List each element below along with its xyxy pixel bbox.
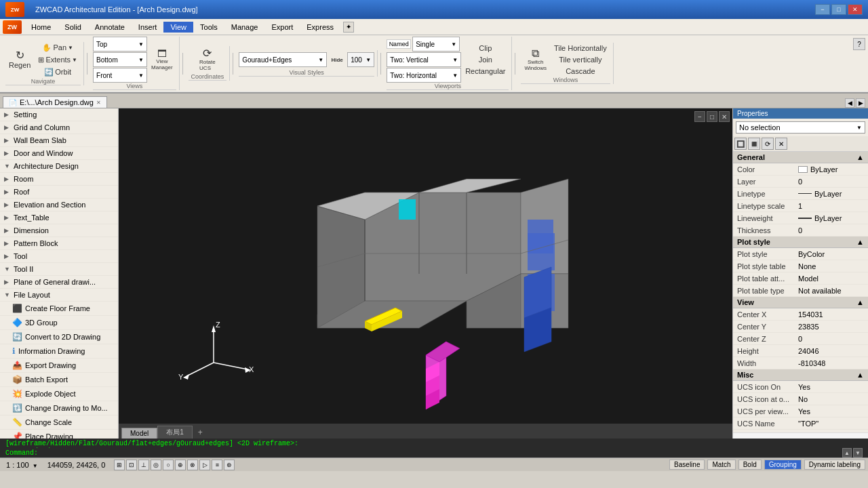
cascade-button[interactable]: Cascade — [551, 66, 610, 77]
command-input[interactable] — [41, 449, 840, 457]
baseline-button[interactable]: Baseline — [669, 460, 705, 470]
bold-button[interactable]: Bold — [738, 460, 762, 470]
orbit-button[interactable]: 🔄 Orbit — [35, 66, 81, 78]
polar-toggle[interactable]: ◎ — [151, 460, 161, 470]
viewport-next-button[interactable]: ▶ — [856, 98, 865, 108]
tp-toggle[interactable]: ⊛ — [224, 460, 235, 470]
no-selection-dropdown[interactable]: No selection ▼ — [736, 121, 865, 134]
sidebar-item-roof[interactable]: ▶ Roof — [0, 186, 118, 199]
close-button[interactable]: ✕ — [848, 4, 863, 15]
vp-close-button[interactable]: ✕ — [719, 111, 730, 122]
regen-button[interactable]: ↻ Regen — [5, 48, 34, 71]
join-button[interactable]: Join — [462, 54, 509, 65]
rectangular-button[interactable]: Rectangular — [462, 66, 509, 77]
sidebar-item-door-window[interactable]: ▶ Door and Window — [0, 147, 118, 160]
grouping-button[interactable]: Grouping — [764, 460, 802, 470]
scale-indicator[interactable]: 1 : 100 ▼ — [3, 460, 41, 470]
maximize-button[interactable]: □ — [831, 4, 846, 15]
prop-tb-btn3[interactable]: ⟳ — [762, 138, 774, 150]
sidebar-item-tool[interactable]: ▶ Tool — [0, 250, 118, 263]
vp-minimize-button[interactable]: − — [694, 111, 705, 122]
sidebar-item-place-drawing[interactable]: 📌 Place Drawing — [0, 430, 118, 439]
document-tab[interactable]: 📄 E:\...\Arch Design.dwg ✕ — [3, 96, 107, 108]
snap-toggle[interactable]: ⊡ — [126, 460, 137, 470]
sidebar-item-text-table[interactable]: ▶ Text_Table — [0, 211, 118, 224]
prop-tb-btn4[interactable]: ✕ — [775, 138, 787, 150]
hide-button[interactable]: Hide — [328, 50, 347, 69]
sidebar-item-dimension[interactable]: ▶ Dimension — [0, 224, 118, 237]
gouraud-edges-dropdown[interactable]: Gouraud+Edges ▼ — [239, 52, 327, 67]
sidebar-item-room[interactable]: ▶ Room — [0, 173, 118, 186]
extents-button[interactable]: ⊞ Extents ▼ — [35, 54, 81, 66]
sidebar-item-floor-frame[interactable]: ⬛ Create Floor Frame — [0, 302, 118, 316]
bottom-view-dropdown[interactable]: Bottom ▼ — [93, 52, 147, 67]
tile-horiz-button[interactable]: Tile Horizontally — [551, 43, 610, 54]
ortho-toggle[interactable]: ⊥ — [138, 460, 149, 470]
two-vertical-dropdown[interactable]: Two: Vertical ▼ — [387, 52, 461, 67]
misc-section-header[interactable]: Misc ▲ — [733, 369, 868, 381]
top-view-dropdown[interactable]: Top ▼ — [93, 37, 147, 52]
sidebar-item-wall-beam[interactable]: ▶ Wall Beam Slab — [0, 134, 118, 147]
sidebar-item-change-drawing[interactable]: 🔃 Change Drawing to Mo... — [0, 401, 118, 415]
menu-express[interactable]: Express — [300, 22, 340, 33]
ducs-toggle[interactable]: ⊗ — [187, 460, 198, 470]
grid-toggle[interactable]: ⊞ — [114, 460, 125, 470]
tile-vert-button[interactable]: Tile vertically — [551, 54, 610, 65]
value-100-dropdown[interactable]: 100 ▼ — [347, 52, 374, 67]
dyn-toggle[interactable]: ▷ — [199, 460, 210, 470]
coordinates-display[interactable]: 144059, 24426, 0 — [44, 460, 109, 470]
menu-annotate[interactable]: Annotate — [88, 22, 132, 33]
help-button[interactable]: ? — [853, 38, 865, 50]
sidebar-item-file-layout[interactable]: ▼ File Layout — [0, 289, 118, 302]
prop-tb-btn2[interactable]: 🔳 — [748, 138, 760, 150]
menu-extra-button[interactable]: ✦ — [343, 22, 354, 33]
sidebar-item-change-scale[interactable]: 📏 Change Scale — [0, 415, 118, 430]
switch-windows-button[interactable]: ⧉ SwitchWindows — [521, 46, 549, 73]
view-section-header[interactable]: View ▲ — [733, 297, 868, 308]
sidebar-item-export-drawing[interactable]: 📤 Export Drawing — [0, 359, 118, 373]
cmd-scroll-up[interactable]: ▲ — [842, 448, 852, 458]
minimize-button[interactable]: − — [815, 4, 830, 15]
command-line[interactable]: [wireframe/Hidden/Flat/Gouraud/flat+edge… — [0, 439, 868, 458]
sidebar-item-batch-export[interactable]: 📦 Batch Export — [0, 373, 118, 387]
lw-toggle[interactable]: ≡ — [212, 460, 222, 470]
rotate-ucs-button[interactable]: ⟳ RotateUCS — [196, 46, 219, 73]
layout1-tab[interactable]: 布局1 — [157, 426, 193, 439]
sidebar-item-setting[interactable]: ▶ Setting — [0, 108, 118, 121]
menu-home[interactable]: Home — [24, 22, 58, 33]
pan-button[interactable]: ✋ Pan ▼ — [35, 42, 81, 54]
menu-insert[interactable]: Insert — [132, 22, 164, 33]
sidebar-item-info-drawing[interactable]: ℹ Information Drawing — [0, 344, 118, 359]
viewport-prev-button[interactable]: ◀ — [845, 98, 854, 108]
osnap-toggle[interactable]: ○ — [163, 460, 174, 470]
vp-maximize-button[interactable]: □ — [707, 111, 717, 122]
single-viewport-dropdown[interactable]: Single ▼ — [412, 37, 460, 52]
match-button[interactable]: Match — [707, 460, 735, 470]
clip-button[interactable]: Clip — [462, 43, 509, 54]
add-tab-button[interactable]: + — [193, 426, 208, 439]
cmd-scroll-down[interactable]: ▼ — [853, 448, 863, 458]
two-horizontal-dropdown[interactable]: Two: Horizontal ▼ — [387, 68, 461, 83]
general-section-header[interactable]: General ▲ — [733, 152, 868, 163]
viewport[interactable]: Z X Y − □ ✕ Model 布局1 — [119, 108, 732, 439]
sidebar-item-arch-design[interactable]: ▼ Architecture Design — [0, 160, 118, 173]
document-tab-close[interactable]: ✕ — [96, 100, 101, 106]
menu-view[interactable]: View — [163, 22, 193, 33]
front-view-dropdown[interactable]: Front ▼ — [93, 68, 147, 83]
sidebar-item-convert-2d[interactable]: 🔄 Convert to 2D Drawing — [0, 330, 118, 344]
plot-style-section-header[interactable]: Plot style ▲ — [733, 237, 868, 248]
menu-solid[interactable]: Solid — [58, 22, 87, 33]
sidebar-item-elevation[interactable]: ▶ Elevation and Section — [0, 199, 118, 211]
prop-tb-btn1[interactable]: 🔲 — [734, 138, 747, 150]
sidebar-item-tool2[interactable]: ▼ Tool II — [0, 263, 118, 276]
model-tab[interactable]: Model — [121, 428, 157, 439]
menu-tools[interactable]: Tools — [193, 22, 224, 33]
menu-export[interactable]: Export — [264, 22, 300, 33]
otrack-toggle[interactable]: ⊕ — [175, 460, 186, 470]
view-manager-button[interactable]: 🗖 ViewManager — [148, 47, 176, 73]
dynamic-labeling-button[interactable]: Dynamic labeling — [804, 460, 865, 470]
sidebar-item-explode[interactable]: 💥 Explode Object — [0, 387, 118, 401]
menu-manage[interactable]: Manage — [224, 22, 265, 33]
sidebar-item-pattern-block[interactable]: ▶ Pattern Block — [0, 237, 118, 250]
sidebar-item-plane-general[interactable]: ▶ Plane of General drawi... — [0, 276, 118, 289]
